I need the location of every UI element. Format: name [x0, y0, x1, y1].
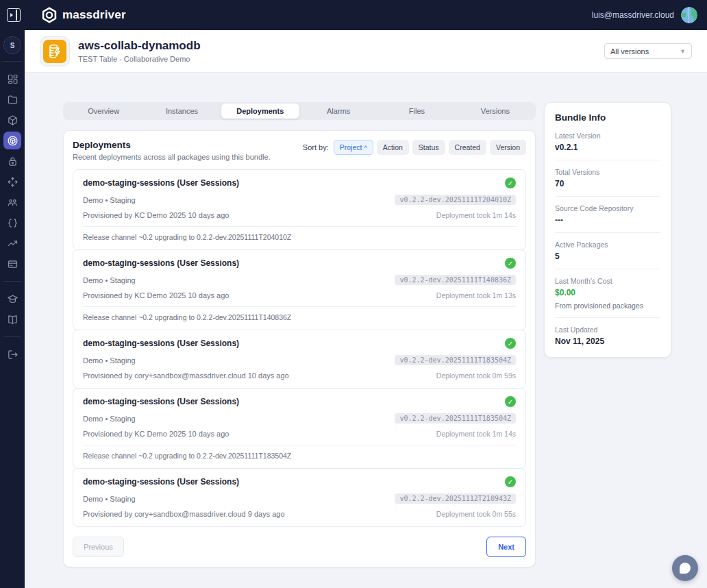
tab-deployments[interactable]: Deployments	[221, 103, 299, 119]
previous-button[interactable]: Previous	[73, 537, 124, 557]
success-check-icon: ✓	[505, 177, 516, 188]
divider	[3, 281, 21, 282]
sort-button-created[interactable]: Created	[449, 140, 486, 155]
version-filter-select[interactable]: All versions ▼	[604, 43, 692, 59]
bundle-info-section: Last Month's Cost $0.00 From provisioned…	[555, 277, 660, 318]
deployment-duration: Deployment took 1m 14s	[436, 430, 516, 438]
deployment-card[interactable]: demo-staging-sessions (User Sessions) ✓ …	[73, 249, 526, 330]
version-badge: v0.2.2-dev.20251111T183504Z	[395, 355, 516, 365]
tab-files[interactable]: Files	[377, 103, 456, 119]
sidebar-item-packages[interactable]	[3, 111, 21, 129]
folder-icon	[7, 94, 18, 106]
divider	[555, 160, 660, 160]
tab-overview[interactable]: Overview	[64, 103, 142, 119]
page-subtitle: TEST Table - Collaborative Demo	[78, 55, 201, 63]
info-value: v0.2.1	[555, 143, 660, 152]
sidebar-item-billing[interactable]	[3, 255, 21, 273]
team-icon	[7, 197, 18, 208]
deployment-duration: Deployment took 0m 55s	[436, 510, 516, 518]
project-environment: Demo • Staging	[83, 196, 136, 204]
sidebar-item-secrets[interactable]	[3, 152, 21, 170]
pagination: Previous Next	[73, 537, 526, 557]
billing-card-icon	[7, 258, 18, 270]
provisioned-by: Provisioned by cory+sandbox@massdriver.c…	[83, 371, 289, 380]
deployments-title: Deployments	[73, 140, 271, 150]
sidebar-toggle-icon[interactable]	[7, 8, 21, 22]
project-environment: Demo • Staging	[83, 356, 136, 365]
deployment-card[interactable]: demo-staging-sessions (User Sessions) ✓ …	[73, 330, 526, 389]
release-channel-note: Release channel ~0.2 upgrading to 0.2.2-…	[83, 445, 516, 460]
next-button[interactable]: Next	[486, 537, 526, 557]
chat-widget-button[interactable]	[672, 555, 698, 581]
divider	[555, 269, 660, 269]
org-avatar[interactable]: S	[3, 36, 21, 54]
massdriver-logo[interactable]: massdriver	[41, 7, 126, 23]
version-badge: v0.2.2-dev.20251111T183504Z	[395, 413, 516, 424]
deployments-subtitle: Recent deployments across all packages u…	[73, 153, 271, 161]
project-environment: Demo • Staging	[83, 415, 136, 423]
info-label: Source Code Repository	[555, 204, 660, 212]
version-badge: v0.2.2-dev.20251111T140836Z	[395, 275, 516, 285]
provisioned-by: Provisioned by KC Demo 2025 10 days ago	[83, 291, 229, 299]
deployment-duration: Deployment took 1m 13s	[436, 291, 516, 299]
deployment-name: demo-staging-sessions (User Sessions)	[83, 178, 239, 188]
sidebar-item-transfer[interactable]	[3, 173, 21, 191]
info-value: $0.00	[555, 288, 660, 297]
bundle-info-section: Source Code Repository ---	[555, 204, 660, 233]
page-title: aws-collab-dynamodb	[78, 39, 201, 53]
tab-versions[interactable]: Versions	[456, 103, 534, 119]
sidebar-item-monitoring[interactable]	[3, 234, 21, 252]
dashboard-icon	[7, 73, 18, 85]
success-check-icon: ✓	[505, 396, 516, 407]
bundle-info-title: Bundle Info	[555, 112, 660, 123]
bundle-info-section: Total Versions 70	[555, 168, 660, 197]
brand-text: massdriver	[62, 8, 126, 22]
sidebar-item-logout[interactable]	[3, 345, 21, 363]
deployment-card[interactable]: demo-staging-sessions (User Sessions) ✓ …	[73, 468, 526, 527]
deployment-card[interactable]: demo-staging-sessions (User Sessions) ✓ …	[73, 169, 526, 250]
bundle-info-section: Latest Version v0.2.1	[555, 132, 660, 160]
sort-button-status[interactable]: Status	[412, 140, 445, 155]
bundle-info-sections: Latest Version v0.2.1 Total Versions 70 …	[555, 132, 660, 346]
sidebar-item-learn[interactable]	[3, 290, 21, 308]
sort-button-version[interactable]: Version	[490, 140, 526, 155]
chat-bubble-icon	[680, 563, 691, 574]
left-sidebar: S	[0, 30, 25, 588]
braces-icon	[7, 217, 18, 229]
user-avatar[interactable]	[681, 7, 697, 23]
project-environment: Demo • Staging	[83, 276, 136, 284]
lock-icon	[7, 156, 18, 167]
version-filter-value: All versions	[610, 47, 649, 56]
topbar: massdriver luis@massdriver.cloud	[0, 0, 707, 30]
bundles-cube-icon	[7, 135, 18, 147]
tab-instances[interactable]: Instances	[142, 103, 221, 119]
sidebar-item-bundles[interactable]	[3, 132, 21, 149]
sort-controls: Sort by: Project^ActionStatusCreatedVers…	[303, 140, 526, 155]
deployment-name: demo-staging-sessions (User Sessions)	[83, 397, 239, 406]
info-label: Latest Version	[555, 132, 660, 140]
deployment-card[interactable]: demo-staging-sessions (User Sessions) ✓ …	[73, 388, 526, 469]
success-check-icon: ✓	[505, 258, 516, 269]
sort-button-project[interactable]: Project^	[334, 140, 373, 155]
sidebar-item-projects[interactable]	[3, 90, 21, 108]
sidebar-item-team[interactable]	[3, 193, 21, 211]
divider	[555, 232, 660, 233]
deployment-duration: Deployment took 0m 59s	[436, 371, 516, 380]
sidebar-item-docs[interactable]	[3, 310, 21, 328]
tab-alarms[interactable]: Alarms	[299, 103, 377, 119]
logout-icon	[7, 349, 18, 360]
deployment-duration: Deployment took 1m 14s	[436, 211, 516, 219]
info-value: Nov 11, 2025	[555, 336, 660, 346]
info-label: Last Updated	[555, 326, 660, 334]
deployment-name: demo-staging-sessions (User Sessions)	[83, 477, 239, 487]
success-check-icon: ✓	[505, 338, 516, 349]
sort-button-action[interactable]: Action	[377, 140, 409, 155]
info-value: 5	[555, 252, 660, 261]
info-label: Last Month's Cost	[555, 277, 660, 285]
chevron-up-icon: ^	[364, 145, 367, 151]
sort-by-label: Sort by:	[303, 143, 329, 151]
sidebar-item-dashboard[interactable]	[3, 70, 21, 88]
bundle-header: aws-collab-dynamodb TEST Table - Collabo…	[25, 30, 707, 73]
divider	[555, 196, 660, 197]
sidebar-item-parameters[interactable]	[3, 214, 21, 232]
